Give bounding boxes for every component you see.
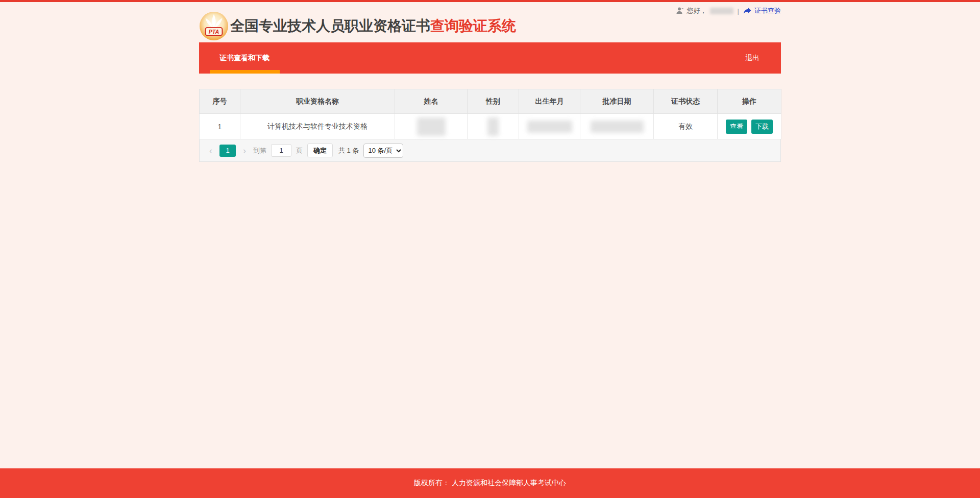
col-header-birth: 出生年月 xyxy=(519,89,580,114)
col-header-name: 姓名 xyxy=(395,89,468,114)
cell-name xyxy=(395,114,468,139)
pagination-bar: ‹ 1 › 到第 页 确定 共 1 条 10 条/页 xyxy=(199,139,781,162)
goto-page-input[interactable] xyxy=(271,144,291,157)
col-header-index: 序号 xyxy=(200,89,240,114)
certificates-table: 序号 职业资格名称 姓名 性别 出生年月 批准日期 证书状态 操作 1 计算机技… xyxy=(199,89,781,139)
main-nav: 证书查看和下载 退出 xyxy=(199,42,781,74)
table-header-row: 序号 职业资格名称 姓名 性别 出生年月 批准日期 证书状态 操作 xyxy=(200,89,781,114)
prev-page-button[interactable]: ‹ xyxy=(207,146,215,155)
pta-logo: PTA xyxy=(199,11,229,41)
user-icon xyxy=(676,7,684,15)
view-button[interactable]: 查看 xyxy=(726,120,747,134)
approval-date-redacted xyxy=(591,121,644,133)
table-row: 1 计算机技术与软件专业技术资格 有效 查看下载 xyxy=(200,114,781,139)
goto-label: 到第 xyxy=(253,146,266,155)
page-title: 全国专业技术人员职业资格证书查询验证系统 xyxy=(230,19,516,33)
gender-redacted xyxy=(487,117,499,136)
site-title-accent: 查询验证系统 xyxy=(430,18,516,34)
col-header-actions: 操作 xyxy=(718,89,781,114)
cell-birth xyxy=(519,114,580,139)
active-tab-indicator xyxy=(210,70,280,74)
total-count-label: 共 1 条 xyxy=(338,146,359,155)
user-bar: 您好， | 证书查验 xyxy=(676,6,781,15)
cell-index: 1 xyxy=(200,114,240,139)
page: PTA 全国专业技术人员职业资格证书查询验证系统 您好， | 证书查验 证书查看… xyxy=(0,0,980,498)
cell-approval-date xyxy=(580,114,654,139)
current-page-button[interactable]: 1 xyxy=(219,145,236,157)
brand: PTA 全国专业技术人员职业资格证书查询验证系统 xyxy=(199,11,516,41)
cell-actions: 查看下载 xyxy=(718,114,781,139)
site-header: PTA 全国专业技术人员职业资格证书查询验证系统 您好， | 证书查验 xyxy=(199,2,781,42)
next-page-button[interactable]: › xyxy=(240,146,249,155)
page-unit-label: 页 xyxy=(296,146,303,155)
col-header-qualification: 职业资格名称 xyxy=(240,89,395,114)
certificate-verify-link[interactable]: 证书查验 xyxy=(754,6,781,15)
logout-button[interactable]: 退出 xyxy=(745,54,760,63)
username-redacted xyxy=(710,8,733,14)
content-area: 序号 职业资格名称 姓名 性别 出生年月 批准日期 证书状态 操作 1 计算机技… xyxy=(199,89,781,162)
site-title-main: 全国专业技术人员职业资格证书 xyxy=(230,18,430,34)
greeting-text: 您好， xyxy=(687,6,707,15)
confirm-button[interactable]: 确定 xyxy=(307,144,333,157)
birth-redacted xyxy=(527,121,572,133)
cell-gender xyxy=(468,114,519,139)
col-header-gender: 性别 xyxy=(468,89,519,114)
site-footer: 版权所有： 人力资源和社会保障部人事考试中心 xyxy=(0,468,980,498)
cell-qualification: 计算机技术与软件专业技术资格 xyxy=(240,114,395,139)
col-header-status: 证书状态 xyxy=(654,89,718,114)
cell-status: 有效 xyxy=(654,114,718,139)
tab-certificate-view-download[interactable]: 证书查看和下载 xyxy=(219,54,270,63)
name-redacted xyxy=(417,117,446,136)
separator: | xyxy=(738,7,739,15)
col-header-approval-date: 批准日期 xyxy=(580,89,654,114)
logo-text: PTA xyxy=(209,28,219,34)
download-button[interactable]: 下载 xyxy=(751,120,773,134)
page-size-select[interactable]: 10 条/页 xyxy=(363,144,403,158)
copyright-text: 版权所有： 人力资源和社会保障部人事考试中心 xyxy=(414,479,566,488)
share-arrow-icon xyxy=(743,7,751,15)
